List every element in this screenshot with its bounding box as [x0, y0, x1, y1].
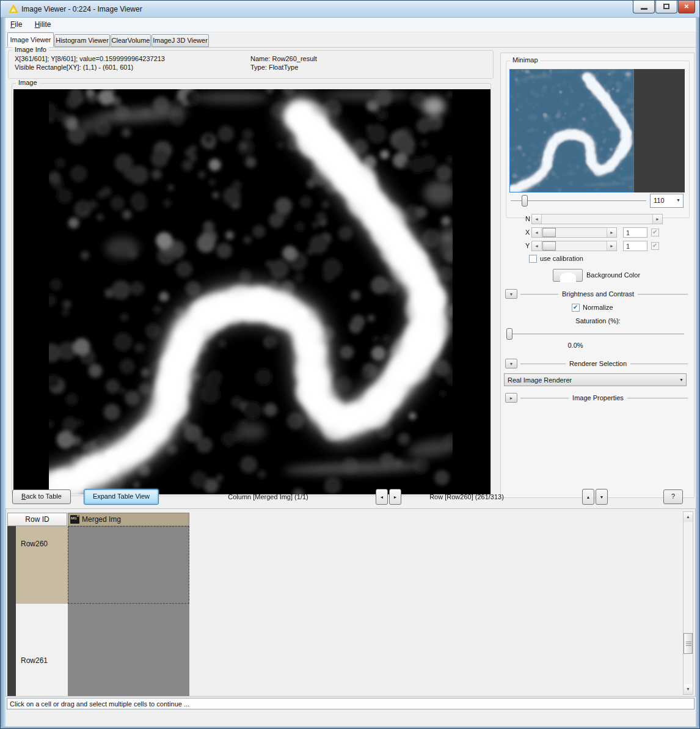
use-calibration-checkbox[interactable]	[529, 255, 537, 263]
saturation-label: Saturation (%):	[501, 317, 695, 324]
saturation-value: 0.0%	[501, 342, 650, 349]
window-title: Image Viewer - 0:224 - Image Viewer	[21, 5, 142, 13]
minimap-group-title: Minimap	[510, 56, 541, 64]
status-bar: Click on a cell or drag and select multi…	[5, 697, 696, 711]
rowid-cell[interactable]: Row260	[16, 526, 68, 604]
merged-img-cell[interactable]	[68, 604, 189, 696]
close-icon: ✕	[684, 3, 689, 10]
x-axis-label: X	[525, 229, 530, 236]
image-canvas[interactable]	[13, 89, 490, 494]
use-calibration-label: use calibration	[540, 255, 583, 262]
column-header-merged-img[interactable]: MG+ Merged Img	[68, 513, 189, 526]
image-group: Image	[12, 83, 491, 496]
image-column-type-icon: MG+	[70, 515, 79, 524]
close-button[interactable]: ✕	[678, 1, 695, 13]
y-axis-label: Y	[525, 242, 530, 249]
zoom-level-value: 110	[654, 197, 665, 204]
scrollbar-thumb[interactable]	[684, 633, 693, 654]
y-axis-scrollbar[interactable]: ◄ ►	[531, 241, 617, 251]
table-view: Row ID MG+ Merged Img Row260 Row261 ▲ ▼	[5, 508, 696, 697]
column-nav-label: Column [Merged Img] (1/1)	[189, 493, 348, 500]
minimize-icon	[641, 8, 647, 10]
scroll-right-icon[interactable]: ►	[607, 228, 616, 237]
help-button[interactable]: ?	[663, 489, 683, 504]
title-bar[interactable]: Image Viewer - 0:224 - Image Viewer	[1, 1, 700, 18]
cursor-position-readout: X[361/601]; Y[8/601]; value=0.1599999964…	[15, 55, 165, 62]
scroll-up-icon[interactable]: ▲	[684, 512, 693, 522]
knime-app-icon	[9, 4, 18, 13]
scroll-left-icon[interactable]: ◄	[532, 228, 542, 237]
image-name-readout: Name: Row260_result	[250, 55, 317, 62]
image-type-readout: Type: FloatType	[250, 64, 298, 71]
scroll-right-icon[interactable]: ►	[607, 241, 616, 251]
zoom-level-combobox[interactable]: 110 ▼	[650, 194, 684, 208]
menu-file[interactable]: File	[5, 18, 27, 31]
chevron-down-icon: ▼	[679, 378, 684, 382]
minimap-viewport[interactable]	[509, 69, 685, 192]
tab-image-viewer[interactable]: Image Viewer	[7, 32, 54, 47]
scroll-left-icon[interactable]: ◄	[532, 214, 542, 224]
scroll-right-icon[interactable]: ►	[652, 214, 662, 224]
status-message: Click on a cell or drag and select multi…	[7, 698, 695, 709]
arrow-left-icon: ◄	[380, 495, 384, 499]
viewer-client-area: Image Info X[361/601]; Y[8/601]; value=0…	[5, 47, 696, 727]
back-to-table-button[interactable]: Back to Table	[12, 489, 71, 504]
image-properties-title: Image Properties	[501, 394, 695, 401]
tab-clearvolume[interactable]: ClearVolume	[111, 34, 151, 47]
arrow-down-icon: ▼	[600, 495, 604, 499]
arrow-up-icon: ▲	[586, 495, 591, 499]
maximize-icon	[663, 4, 669, 9]
n-axis-scrollbar[interactable]: ◄ ►	[531, 214, 663, 224]
merged-img-cell[interactable]	[68, 526, 189, 604]
saturation-slider-track[interactable]	[507, 334, 684, 334]
normalize-label: Normalize	[583, 304, 613, 311]
saturation-slider-thumb[interactable]	[506, 328, 512, 340]
next-row-button[interactable]: ▼	[596, 489, 608, 505]
control-panel: Minimap 110 ▼ N ◄ ► X ◄	[500, 53, 695, 498]
rowid-cell[interactable]: Row261	[16, 604, 68, 696]
x-scrollbar-thumb[interactable]	[542, 228, 556, 237]
renderer-section-title: Renderer Selection	[501, 360, 695, 367]
expand-table-view-button[interactable]: Expand Table View	[84, 489, 159, 505]
row-handle[interactable]	[7, 604, 16, 696]
scroll-left-icon[interactable]: ◄	[532, 241, 542, 251]
y-scrollbar-thumb[interactable]	[542, 241, 556, 251]
renderer-selected-value: Real Image Renderer	[508, 376, 572, 384]
tab-strip: Image Viewer Histogram Viewer ClearVolum…	[5, 32, 696, 47]
normalize-checkbox[interactable]	[572, 304, 580, 312]
minimap-zoom-slider-thumb[interactable]	[522, 195, 528, 207]
prev-row-button[interactable]: ▲	[582, 489, 594, 505]
y-step-field[interactable]: 1	[623, 241, 647, 251]
column-header-rowid[interactable]: Row ID	[7, 513, 67, 526]
scroll-down-icon[interactable]: ▼	[684, 684, 693, 694]
minimize-button[interactable]	[633, 1, 655, 13]
x-step-field[interactable]: 1	[623, 227, 647, 238]
n-axis-label: N	[525, 215, 530, 222]
tab-histogram-viewer[interactable]: Histogram Viewer	[54, 34, 110, 47]
table-vertical-scrollbar[interactable]: ▲ ▼	[683, 511, 693, 695]
background-color-button[interactable]	[553, 269, 583, 282]
x-lock-checkbox[interactable]	[651, 229, 659, 236]
image-group-title: Image	[16, 79, 40, 86]
row-handle[interactable]	[7, 526, 16, 604]
menu-bar: File Hilite	[5, 18, 696, 32]
renderer-combobox[interactable]: Real Image Renderer ▼	[504, 373, 687, 386]
window-border-bottom	[1, 727, 700, 729]
row-nav-label: Row [Row260] (261/313)	[390, 493, 543, 500]
brightness-section-title: Brightness and Contrast	[501, 290, 695, 298]
tab-imagej-3d-viewer[interactable]: ImageJ 3D Viewer	[151, 34, 209, 47]
minimap-zoom-slider-track[interactable]	[511, 200, 646, 201]
maximize-button[interactable]	[655, 1, 677, 13]
prev-column-button[interactable]: ◄	[376, 489, 388, 505]
chevron-down-icon: ▼	[676, 198, 680, 202]
app-window: Image Viewer - 0:224 - Image Viewer ✕ Fi…	[0, 0, 700, 729]
menu-hilite[interactable]: Hilite	[30, 18, 56, 31]
microscopy-image[interactable]	[13, 89, 490, 494]
window-border-left	[1, 18, 5, 729]
x-axis-scrollbar[interactable]: ◄ ►	[531, 227, 617, 238]
y-lock-checkbox[interactable]	[651, 242, 659, 250]
minimap-thumbnail[interactable]	[509, 69, 634, 192]
background-color-swatch	[560, 273, 576, 282]
background-color-label: Background Color	[586, 271, 640, 279]
image-info-group: Image Info X[361/601]; Y[8/601]; value=0…	[8, 50, 494, 79]
